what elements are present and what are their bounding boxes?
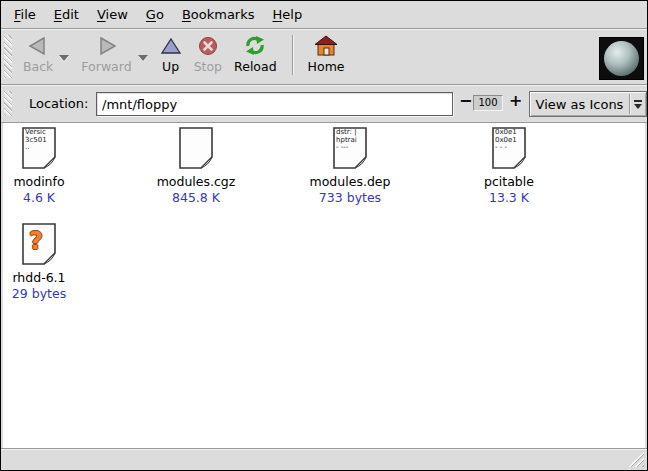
home-button[interactable]: Home (302, 29, 351, 76)
file-item-modules-cgz[interactable]: modules.cgz 845.8 K (146, 127, 246, 205)
file-size: 13.3 K (459, 190, 559, 205)
menu-go[interactable]: Go (137, 3, 173, 26)
home-icon (314, 34, 338, 58)
up-icon (160, 34, 182, 58)
text-document-icon: dstr: | hptrai - --- (333, 127, 367, 169)
file-item-rhdd[interactable]: ? rhdd-6.1 29 bytes (3, 223, 89, 301)
menu-view[interactable]: View (88, 3, 137, 26)
file-size: 29 bytes (3, 286, 89, 301)
forward-label: Forward (81, 59, 131, 74)
status-text (1, 449, 647, 457)
location-input[interactable] (96, 92, 453, 116)
back-icon (27, 34, 49, 58)
toolbar: Back Forward Up Stop (1, 29, 647, 85)
stop-label: Stop (194, 59, 222, 74)
file-item-modinfo[interactable]: Versic 3c501 .. modinfo 4.6 K (3, 127, 89, 205)
file-item-modules-dep[interactable]: dstr: | hptrai - --- modules.dep 733 byt… (300, 127, 400, 205)
question-mark-icon: ? (22, 223, 50, 259)
throbber (599, 37, 644, 80)
location-label: Location: (29, 96, 88, 111)
location-bar: Location: − 100 + View as Icons (1, 85, 647, 123)
file-item-pcitable[interactable]: 0x0e1 0x0e1 - - - pcitable 13.3 K (459, 127, 559, 205)
back-history-chevron-icon[interactable] (59, 55, 69, 61)
file-size: 733 bytes (300, 190, 400, 205)
stop-button[interactable]: Stop (188, 29, 228, 76)
home-label: Home (308, 59, 345, 74)
back-label: Back (23, 59, 53, 74)
location-bar-grip-handle[interactable] (4, 91, 12, 116)
text-document-icon: 0x0e1 0x0e1 - - - (492, 127, 526, 169)
up-button[interactable]: Up (154, 29, 188, 76)
menu-help[interactable]: Help (264, 3, 312, 26)
forward-icon (96, 34, 118, 58)
status-bar (1, 448, 647, 470)
forward-history-chevron-icon[interactable] (138, 55, 148, 61)
file-manager-window: File Edit View Go Bookmarks Help Back Fo… (0, 0, 648, 471)
view-as-label: View as Icons (530, 97, 629, 112)
menu-edit[interactable]: Edit (45, 3, 88, 26)
view-as-dropdown[interactable]: View as Icons (529, 91, 647, 117)
throbber-orb-icon (604, 41, 639, 76)
file-name: rhdd-6.1 (3, 270, 89, 285)
file-preview-text: Versic 3c501 .. (25, 129, 50, 152)
file-name: modinfo (3, 174, 89, 189)
forward-button[interactable]: Forward (75, 29, 137, 76)
file-preview-text: 0x0e1 0x0e1 - - - (495, 129, 520, 152)
reload-icon (242, 34, 268, 58)
file-size: 845.8 K (146, 190, 246, 205)
text-document-icon: Versic 3c501 .. (22, 127, 56, 169)
file-name: modules.dep (300, 174, 400, 189)
dropdown-indicator-icon (630, 100, 646, 109)
blank-document-icon (179, 127, 213, 169)
zoom-out-button[interactable]: − (459, 91, 472, 110)
file-size: 4.6 K (3, 190, 89, 205)
menu-bookmarks[interactable]: Bookmarks (173, 3, 264, 26)
icon-view: Versic 3c501 .. modinfo 4.6 K modules.cg… (3, 123, 645, 448)
zoom-level-indicator: 100 (473, 95, 503, 111)
file-name: pcitable (459, 174, 559, 189)
menu-file[interactable]: File (5, 3, 45, 26)
up-label: Up (162, 59, 179, 74)
unknown-file-icon: ? (22, 223, 56, 265)
reload-label: Reload (234, 59, 277, 74)
zoom-in-button[interactable]: + (509, 91, 522, 110)
reload-button[interactable]: Reload (228, 29, 283, 76)
toolbar-separator (292, 35, 293, 75)
stop-icon (197, 34, 219, 58)
menu-bar: File Edit View Go Bookmarks Help (1, 1, 647, 29)
file-preview-text: dstr: | hptrai - --- (336, 129, 361, 152)
toolbar-grip-handle[interactable] (4, 35, 12, 78)
file-name: modules.cgz (146, 174, 246, 189)
back-button[interactable]: Back (17, 29, 59, 76)
